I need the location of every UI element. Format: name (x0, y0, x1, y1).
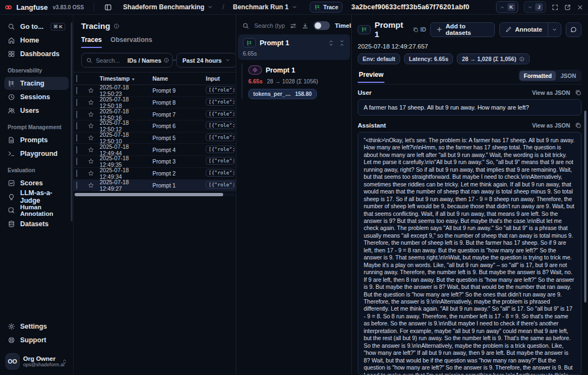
table-row[interactable]: 2025-07-18 12:49:34 Prompt 2 [{"role":"u… (74, 168, 236, 180)
info-icon[interactable] (519, 56, 525, 62)
search-scope-dropdown[interactable]: IDs / Names (127, 57, 177, 64)
bookmark-star-icon[interactable] (88, 170, 100, 177)
row-checkbox[interactable] (76, 111, 77, 118)
annotate-dropdown[interactable] (548, 23, 561, 37)
bookmark-star-icon[interactable] (88, 99, 100, 106)
download-icon[interactable] (302, 22, 309, 29)
view-settings-icon[interactable] (290, 22, 297, 29)
org-name: Shadeform Benchmarking (123, 3, 204, 11)
format-formatted[interactable]: Formatted (519, 71, 556, 81)
comments-button[interactable] (566, 22, 581, 37)
table-row[interactable]: 2025-07-18 12:49:44 Prompt 4 [{"role":"u… (74, 144, 236, 156)
project-switcher[interactable]: Benchmark Run 1 (233, 3, 298, 11)
info-icon[interactable] (113, 23, 120, 29)
table-row[interactable]: 2025-07-18 12:50:12 Prompt 6 [{"role":"u… (74, 120, 236, 132)
row-checkbox[interactable] (76, 182, 77, 189)
assistant-message: "<think>\nOkay, let's see. The problem i… (358, 132, 581, 375)
row-input: [{"role":"user (206, 86, 236, 95)
annotate-button[interactable]: Annotate (499, 22, 561, 37)
table-row[interactable]: 2025-07-18 12:49:35 Prompt 3 [{"role":"u… (74, 156, 236, 168)
observation-search-input[interactable] (254, 22, 285, 29)
row-name: Prompt 6 (152, 123, 206, 129)
bookmark-star-icon[interactable] (88, 158, 100, 165)
prev-trace-button[interactable]: K (496, 1, 518, 13)
view-as-json-button[interactable]: View as JSON (532, 89, 570, 96)
goto-button[interactable]: Go to... ⌘ K (4, 20, 69, 33)
sidebar-item-playground[interactable]: Playground (4, 147, 69, 160)
tab-traces[interactable]: Traces (81, 36, 102, 48)
column-name[interactable]: Name (152, 75, 206, 82)
key-j: J (535, 3, 543, 11)
row-name: Prompt 5 (152, 135, 206, 141)
expand-view-button[interactable] (552, 4, 559, 11)
copy-icon[interactable] (575, 122, 581, 129)
row-timestamp: 2025-07-18 12:50:12 (100, 119, 152, 132)
bookmark-star-icon[interactable] (88, 87, 100, 94)
row-checkbox[interactable] (76, 99, 77, 106)
sidebar-toggle-icon[interactable] (104, 3, 112, 11)
time-range-filter[interactable]: Past 24 hours (176, 53, 236, 68)
bookmark-star-icon[interactable] (88, 147, 100, 153)
sidebar-scrollbar[interactable] (71, 22, 72, 221)
row-checkbox[interactable] (76, 170, 77, 177)
table-row[interactable]: 2025-07-18 12:50:18 Prompt 8 [{"role":"u… (74, 97, 236, 109)
fold-all-icon[interactable] (339, 40, 345, 46)
close-peek-button[interactable] (577, 4, 584, 11)
trace-root-node[interactable]: Prompt 1 6.65s (238, 34, 350, 60)
vertical-scrollbar[interactable] (584, 111, 586, 303)
bookmark-star-icon[interactable] (88, 123, 100, 129)
sidebar-item-scores[interactable]: Scores (4, 177, 69, 190)
add-to-datasets-button[interactable]: Add to datasets (430, 22, 495, 37)
tab-preview[interactable]: Preview (358, 71, 384, 83)
copy-id-button[interactable]: ID (413, 26, 426, 33)
row-input: [{"role":"user (206, 169, 236, 178)
row-checkbox[interactable] (76, 146, 77, 154)
sidebar-item-human-annotation[interactable]: Human Annotation (4, 204, 69, 217)
tab-observations[interactable]: Observations (111, 36, 152, 48)
row-checkbox[interactable] (76, 87, 77, 94)
sidebar-item-settings[interactable]: Settings (4, 320, 69, 333)
horizontal-scrollbar[interactable] (75, 193, 235, 196)
sidebar-item-home[interactable]: Home (4, 34, 69, 47)
row-checkbox[interactable] (76, 134, 77, 142)
sidebar-item-users[interactable]: Users (4, 104, 69, 117)
view-as-json-button[interactable]: View as JSON (532, 122, 570, 129)
account-menu[interactable]: OO Org Owner ops@shadeform.ai (4, 352, 69, 371)
table-row[interactable]: 2025-07-18 12:50:23 Prompt 9 [{"role":"u… (74, 85, 236, 97)
format-json[interactable]: JSON (556, 71, 580, 81)
sidebar-item-sessions[interactable]: Sessions (4, 90, 69, 104)
timeline-toggle[interactable] (314, 21, 330, 30)
table-row[interactable]: 2025-07-18 12:49:27 Prompt 1 [{"role":"u… (74, 180, 236, 192)
column-input[interactable]: Input (206, 75, 236, 82)
trace-search-box[interactable]: IDs / Names (81, 53, 173, 68)
sidebar-item-llm-as-a-judge[interactable]: LLM-as-a-Judge (4, 190, 69, 203)
open-in-new-button[interactable] (564, 4, 571, 11)
row-checkbox[interactable] (76, 158, 77, 165)
row-checkbox[interactable] (76, 122, 77, 130)
table-row[interactable]: 2025-07-18 12:50:16 Prompt 7 [{"role":"u… (74, 108, 236, 120)
annotation-icon (8, 207, 15, 214)
bookmark-star-icon[interactable] (88, 135, 100, 141)
trace-table-body: 2025-07-18 12:50:23 Prompt 9 [{"role":"u… (74, 85, 236, 191)
project-name: Benchmark Run 1 (233, 3, 289, 11)
table-row[interactable]: 2025-07-18 12:50:10 Prompt 5 [{"role":"u… (74, 132, 236, 144)
sidebar-item-tracing[interactable]: Tracing (4, 77, 69, 90)
org-switcher[interactable]: Shadeform Benchmarking (123, 3, 213, 11)
column-timestamp[interactable]: Timestamp ▼ (100, 75, 152, 82)
trace-id: 3a2bcef90633cff33b5a67f76201abf0 (351, 3, 469, 11)
bookmark-star-icon[interactable] (88, 111, 100, 118)
select-all-checkbox[interactable] (76, 75, 77, 82)
next-trace-button[interactable]: J (524, 1, 546, 13)
generation-node[interactable]: Prompt 1 6.65s 28 → 1028 (Σ 1056) tokens… (248, 63, 318, 99)
trace-search-input[interactable] (96, 57, 124, 64)
sidebar-item-datasets[interactable]: Datasets (4, 217, 69, 231)
unfold-all-icon[interactable] (328, 40, 334, 46)
bookmark-star-icon[interactable] (88, 182, 100, 189)
trace-node-badge (243, 38, 256, 47)
copy-icon[interactable] (575, 89, 581, 96)
trace-type-badge: Trace (310, 2, 342, 13)
sidebar-item-dashboards[interactable]: Dashboards (4, 47, 69, 61)
sidebar-item-support[interactable]: Support (4, 334, 69, 347)
generation-tokens: 28 → 1028 (Σ 1056) (267, 78, 318, 84)
sidebar-item-prompts[interactable]: Prompts (4, 134, 69, 147)
